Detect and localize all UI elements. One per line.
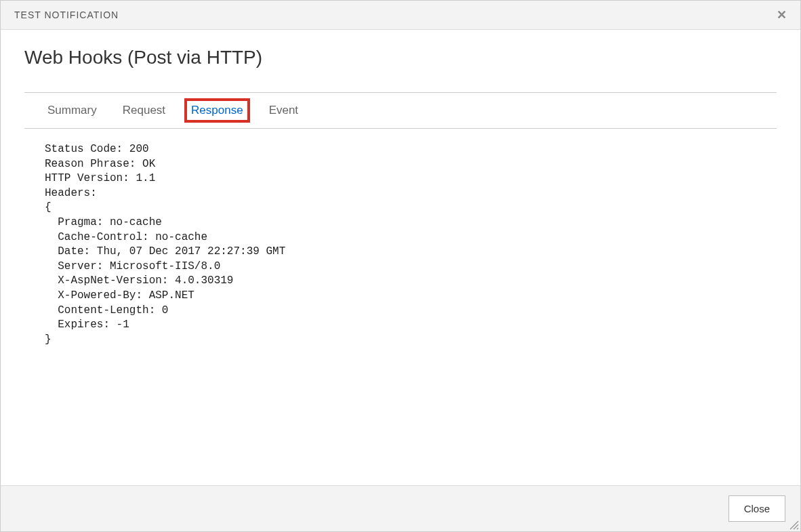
page-title: Web Hooks (Post via HTTP) — [24, 47, 777, 68]
resize-grip-icon[interactable] — [789, 520, 800, 531]
tabs: Summary Request Response Event — [24, 92, 777, 129]
dialog-body: Web Hooks (Post via HTTP) Summary Reques… — [1, 30, 800, 485]
dialog-footer: Close — [1, 485, 800, 531]
close-button[interactable]: Close — [728, 495, 785, 522]
test-notification-dialog: TEST NOTIFICATION ✕ Web Hooks (Post via … — [0, 0, 801, 532]
tab-response[interactable]: Response — [188, 102, 246, 119]
tab-event[interactable]: Event — [266, 102, 301, 119]
dialog-header: TEST NOTIFICATION ✕ — [1, 1, 800, 30]
tab-request[interactable]: Request — [120, 102, 168, 119]
close-icon[interactable]: ✕ — [777, 9, 787, 21]
tab-summary[interactable]: Summary — [45, 102, 100, 119]
svg-line-2 — [797, 528, 798, 529]
response-body: Status Code: 200 Reason Phrase: OK HTTP … — [24, 129, 777, 361]
dialog-title: TEST NOTIFICATION — [14, 9, 119, 20]
